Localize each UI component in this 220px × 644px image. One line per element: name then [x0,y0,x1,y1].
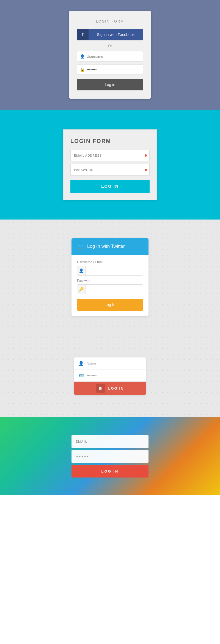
password-wrapper [70,164,150,176]
card-2: LOGIN FORM LOG IN [63,129,157,200]
password-input[interactable] [87,68,140,72]
password-input[interactable] [72,450,148,463]
facebook-login-button[interactable]: f Sign in with Facebook [77,29,143,40]
login-button[interactable]: LOG IN [72,465,148,478]
twitter-header[interactable]: 🐦 Log In with Twitter [72,238,148,255]
card-5: LOG IN [72,435,148,478]
email-wrapper [70,150,150,161]
card-1-title: LOGIN FORM [77,19,143,23]
required-indicator-password [145,169,147,171]
twitter-icon: 🐦 [77,243,84,250]
username-input-row: 👤 [77,51,143,62]
user-icon: 👤 [78,361,83,366]
password-input[interactable] [86,284,143,294]
username-input[interactable] [87,54,140,59]
card-3: 🐦 Log In with Twitter Username / Email 👤… [72,238,148,316]
name-placeholder: Name [87,361,96,365]
facebook-label: Sign in with Facebook [89,32,143,37]
login-button[interactable]: 🖥 LOG IN [74,382,146,395]
card-3-body: Username / Email 👤 Password 🔑 Log In [72,255,148,316]
section-3: 🐦 Log In with Twitter Username / Email 👤… [0,220,220,335]
email-input[interactable] [72,435,148,448]
login-button[interactable]: Log In [77,299,143,311]
facebook-icon: f [77,29,89,40]
password-input[interactable] [70,164,150,176]
section-5: LOG IN [0,417,220,495]
required-indicator-email [145,154,147,157]
username-input-row: 👤 [77,266,143,276]
login-button[interactable]: LOG IN [70,180,150,193]
login-button[interactable]: Log in [77,79,143,90]
password-input-row: 🔒 [77,64,143,75]
username-input[interactable] [86,266,143,276]
login-label: LOG IN [108,386,124,390]
username-label: Username / Email [77,260,143,264]
lock-icon: 🔒 [80,67,84,72]
twitter-label: Log In with Twitter [87,244,125,249]
card-4: 👤 Name 🪪 •••••••• 🖥 LOG IN [74,357,146,395]
user-icon: 👤 [80,54,84,59]
section-2: LOGIN FORM LOG IN [0,110,220,220]
card-1: LOGIN FORM f Sign in with Facebook Or 👤 … [69,11,151,99]
email-input[interactable] [70,150,150,161]
password-input-row: 🔑 [77,284,143,294]
card-2-title: LOGIN FORM [70,138,150,144]
password-field-row: 🪪 •••••••• [74,370,146,382]
login-icon: 🖥 [96,384,105,393]
card-icon: 🪪 [78,373,83,378]
or-divider: Or [77,44,143,48]
password-label: Password [77,279,143,283]
user-icon: 👤 [77,266,86,276]
name-field-row: 👤 Name [74,357,146,370]
section-1: LOGIN FORM f Sign in with Facebook Or 👤 … [0,0,220,110]
section-4: 👤 Name 🪪 •••••••• 🖥 LOG IN [0,335,220,417]
password-dots: •••••••• [87,373,97,377]
key-icon: 🔑 [77,284,86,294]
card-4-body: 👤 Name 🪪 •••••••• 🖥 LOG IN [74,357,146,395]
